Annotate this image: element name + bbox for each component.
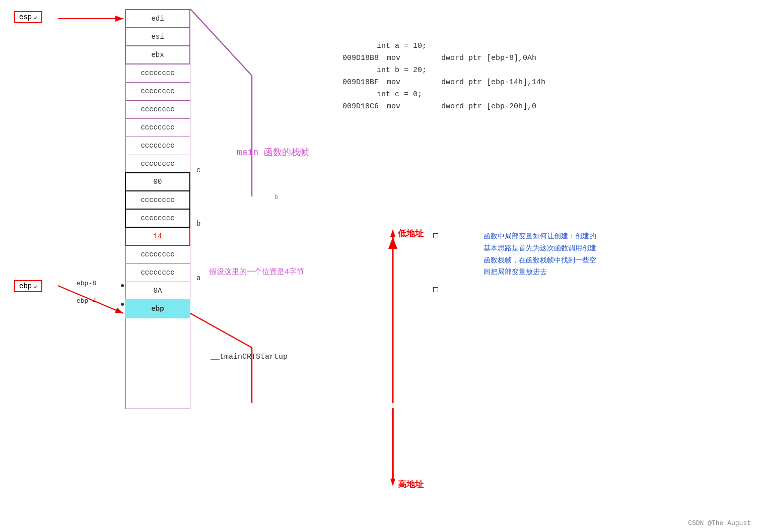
code-line-3: int b = 20;: [342, 64, 545, 77]
code-operand-1: dword ptr [ebp-8],0Ah: [411, 52, 536, 64]
stack-row-edi: edi: [125, 10, 190, 28]
code-addr-2: 009D18BF: [342, 77, 383, 89]
code-mnemonic-1: mov: [387, 52, 407, 64]
svg-point-16: [121, 303, 124, 306]
svg-line-7: [190, 313, 252, 348]
esp-arrow-icon: ↙: [34, 14, 37, 21]
label-ebp-8: ebp-8: [77, 280, 96, 287]
label-c: c: [196, 166, 200, 174]
stack-row-cc7: cccccccc: [125, 191, 190, 209]
code-indent-2: [342, 64, 373, 77]
ebp-arrow-icon: ↙: [34, 283, 37, 290]
stack-row-cc2: cccccccc: [125, 82, 190, 100]
stack-row-cc4: cccccccc: [125, 118, 190, 137]
code-text-1: int a = 10;: [377, 40, 427, 52]
stack-row-cc5: cccccccc: [125, 137, 190, 155]
code-text-3: int c = 0;: [377, 89, 422, 101]
stack-row-esi: esi: [125, 28, 190, 46]
stack-row-cc10: cccccccc: [125, 263, 190, 282]
code-line-2: 009D18B8 mov dword ptr [ebp-8],0Ah: [342, 52, 545, 64]
stack-row-cc1: cccccccc: [125, 64, 190, 82]
stack-row-ebp: ebp: [125, 300, 190, 318]
code-text-2: int b = 20;: [377, 64, 427, 77]
label-a: a: [196, 274, 200, 282]
esp-text: esp: [19, 13, 32, 21]
desc-text: 函数中局部变量如何让创建：创建的基本思路是首先为这次函数调用创建函数栈帧，在函数…: [483, 231, 599, 279]
small-square-1: [433, 233, 438, 238]
stack-row-ebx: ebx: [125, 46, 190, 64]
code-indent-3: [342, 89, 373, 101]
svg-line-5: [190, 9, 252, 76]
code-operand-3: dword ptr [ebp-20h],0: [411, 101, 536, 113]
code-indent-1: [342, 40, 373, 52]
stack-row-cc6: cccccccc: [125, 155, 190, 173]
stack-row-0a: 0A: [125, 282, 190, 300]
stack-row-cc8: cccccccc: [125, 209, 190, 227]
esp-box: esp ↙: [14, 11, 42, 23]
code-addr-3: 009D18C6: [342, 101, 383, 113]
small-square-2: [433, 287, 438, 292]
stack-row-cc9: cccccccc: [125, 245, 190, 263]
code-line-6: 009D18C6 mov dword ptr [ebp-20h],0: [342, 101, 545, 113]
ebp-text: ebp: [19, 282, 32, 290]
code-line-1: int a = 10;: [342, 40, 545, 52]
main-frame-label: main 函数的栈帧: [237, 146, 309, 158]
code-line-4: 009D18BF mov dword ptr [ebp-14h],14h: [342, 77, 545, 89]
svg-point-15: [121, 284, 124, 287]
stack-table: edi esi ebx cccccccc cccccccc cccccccc c…: [125, 9, 190, 409]
stack-row-empty: [125, 318, 190, 409]
assumption-label: 假设这里的一个位置是4字节: [209, 267, 304, 277]
low-addr-label: 低地址: [398, 228, 424, 239]
watermark: CSDN @The August: [688, 519, 751, 527]
stack-row-14: 14: [125, 227, 190, 245]
code-line-5: int c = 0;: [342, 89, 545, 101]
svg-marker-14: [390, 229, 395, 237]
code-mnemonic-3: mov: [387, 101, 407, 113]
label-b: b: [196, 220, 200, 228]
ebp-box: ebp ↙: [14, 280, 42, 292]
code-operand-2: dword ptr [ebp-14h],14h: [411, 77, 545, 89]
stack-row-cc3: cccccccc: [125, 100, 190, 118]
stack-row-00: 00: [125, 173, 190, 191]
label-b-right: b: [274, 194, 278, 201]
high-addr-label: 高地址: [398, 479, 424, 490]
startup-label: __tmainCRTStartup: [211, 353, 288, 361]
code-mnemonic-2: mov: [387, 77, 407, 89]
svg-marker-13: [390, 479, 395, 486]
label-ebp-4: ebp-4: [77, 297, 96, 305]
code-addr-1: 009D18B8: [342, 52, 383, 64]
code-section: int a = 10; 009D18B8 mov dword ptr [ebp-…: [342, 40, 545, 113]
